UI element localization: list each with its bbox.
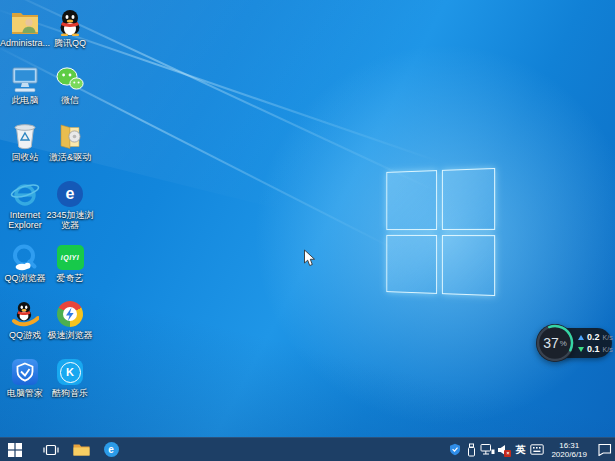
usage-arc bbox=[536, 324, 574, 362]
windows-logo-pane bbox=[441, 168, 495, 230]
upload-value: 0.2 bbox=[587, 332, 600, 342]
icon-label: QQ游戏 bbox=[9, 330, 41, 340]
tray-pc-manager[interactable] bbox=[447, 438, 463, 461]
system-tray: × 英 16:31 2020/6/19 bbox=[447, 438, 615, 461]
windows-logo bbox=[386, 168, 495, 296]
clock-date: 2020/6/19 bbox=[551, 450, 587, 459]
desktop-icon-wechat[interactable]: 微信 bbox=[45, 65, 95, 105]
icon-label: 此电脑 bbox=[12, 95, 39, 105]
icon-label: 微信 bbox=[61, 95, 79, 105]
icon-label: 极速浏览器 bbox=[48, 330, 93, 340]
tray-volume-muted[interactable]: × bbox=[495, 438, 511, 461]
windows-logo-pane bbox=[386, 170, 436, 229]
icon-label: 爱奇艺 bbox=[57, 273, 84, 283]
start-button[interactable] bbox=[0, 438, 30, 461]
task-view-icon bbox=[43, 443, 59, 457]
ime-label: 英 bbox=[513, 443, 527, 457]
action-center-icon bbox=[597, 443, 612, 456]
tray-network[interactable] bbox=[479, 438, 495, 461]
usb-device-icon bbox=[466, 443, 477, 457]
shield-icon bbox=[449, 443, 461, 456]
desktop-icon-kugou-music[interactable]: K 酷狗音乐 bbox=[45, 358, 95, 398]
desktop-icon-pc-manager[interactable]: 电脑管家 bbox=[0, 358, 50, 398]
folder-icon bbox=[73, 443, 90, 457]
ethernet-icon bbox=[480, 443, 495, 456]
desktop-icon-qq-games[interactable]: QQ游戏 bbox=[0, 300, 50, 340]
desktop-icon-recycle-bin[interactable]: 回收站 bbox=[0, 122, 50, 162]
desktop-icon-speed-browser[interactable]: 极速浏览器 bbox=[45, 300, 95, 340]
taskbar-clock[interactable]: 16:31 2020/6/19 bbox=[545, 441, 593, 459]
recycle-bin-icon bbox=[13, 122, 37, 150]
iqiyi-icon: iQIYI bbox=[57, 243, 84, 271]
letter-k-glyph: K bbox=[60, 362, 81, 383]
tray-usb-device[interactable] bbox=[463, 438, 479, 461]
icon-label: 腾讯QQ bbox=[54, 38, 86, 48]
taskbar: e bbox=[0, 437, 615, 461]
user-folder-icon bbox=[11, 8, 39, 36]
desktop-icon-qq-browser[interactable]: QQ浏览器 bbox=[0, 243, 50, 283]
keyboard-icon bbox=[530, 444, 544, 455]
tray-touch-keyboard[interactable] bbox=[529, 438, 545, 461]
desktop-icon-tencent-qq[interactable]: 腾讯QQ bbox=[45, 8, 95, 48]
internet-explorer-icon bbox=[10, 180, 40, 208]
download-arrow-icon bbox=[578, 347, 584, 352]
icon-label: 电脑管家 bbox=[7, 388, 43, 398]
download-speed-row: 0.1 K/s bbox=[578, 344, 612, 354]
desktop-icon-internet-explorer[interactable]: Internet Explorer bbox=[0, 180, 50, 230]
action-center-button[interactable] bbox=[593, 438, 615, 461]
wechat-icon bbox=[56, 65, 84, 93]
qq-games-icon bbox=[11, 300, 39, 328]
lightning-bolt-icon bbox=[57, 301, 83, 327]
kugou-music-icon: K bbox=[57, 358, 83, 386]
desktop-icon-2345-browser[interactable]: e 2345加速浏览器 bbox=[45, 180, 95, 230]
pc-manager-shield-icon bbox=[12, 358, 38, 386]
file-explorer-button[interactable] bbox=[66, 438, 96, 461]
browser-taskbar-button[interactable]: e bbox=[96, 438, 126, 461]
desktop-icon-this-pc[interactable]: 此电脑 bbox=[0, 65, 50, 105]
2345-browser-icon: e bbox=[57, 180, 83, 208]
tray-ime-language[interactable]: 英 bbox=[511, 438, 529, 461]
icon-label: Internet Explorer bbox=[0, 210, 50, 230]
icon-label: 激活&驱动 bbox=[49, 152, 91, 162]
desktop: Administra... 腾讯QQ bbox=[0, 0, 615, 461]
speed-browser-icon bbox=[57, 300, 83, 328]
icon-label: Administra... bbox=[0, 38, 50, 48]
icon-label: 酷狗音乐 bbox=[52, 388, 88, 398]
qq-penguin-icon bbox=[58, 8, 82, 36]
driver-folder-icon bbox=[57, 122, 83, 150]
icon-label: 回收站 bbox=[12, 152, 39, 162]
icon-label: QQ浏览器 bbox=[4, 273, 45, 283]
memory-usage-ball[interactable]: 37% bbox=[536, 324, 574, 362]
iqiyi-wordmark: iQIYI bbox=[57, 245, 84, 270]
download-value: 0.1 bbox=[587, 344, 600, 354]
browser-icon: e bbox=[104, 442, 119, 457]
mute-badge-icon: × bbox=[504, 450, 511, 457]
icon-label: 2345加速浏览器 bbox=[45, 210, 95, 230]
download-unit: K/s bbox=[603, 346, 613, 353]
clock-time: 16:31 bbox=[559, 441, 579, 450]
upload-unit: K/s bbox=[603, 334, 613, 341]
desktop-icon-administrator[interactable]: Administra... bbox=[0, 8, 50, 48]
upload-speed-row: 0.2 K/s bbox=[578, 332, 612, 342]
upload-arrow-icon bbox=[578, 335, 584, 340]
windows-logo-pane bbox=[386, 234, 436, 293]
speed-ball-widget[interactable]: 0.2 K/s 0.1 K/s 37% bbox=[536, 324, 614, 362]
letter-e-glyph: e bbox=[57, 181, 83, 207]
windows-start-icon bbox=[8, 443, 22, 457]
desktop-icon-iqiyi[interactable]: iQIYI 爱奇艺 bbox=[45, 243, 95, 283]
qq-browser-icon bbox=[11, 243, 39, 271]
computer-icon bbox=[11, 65, 39, 93]
desktop-icon-activation-driver[interactable]: 激活&驱动 bbox=[45, 122, 95, 162]
task-view-button[interactable] bbox=[36, 438, 66, 461]
mouse-cursor bbox=[303, 249, 315, 267]
windows-logo-pane bbox=[441, 235, 495, 297]
